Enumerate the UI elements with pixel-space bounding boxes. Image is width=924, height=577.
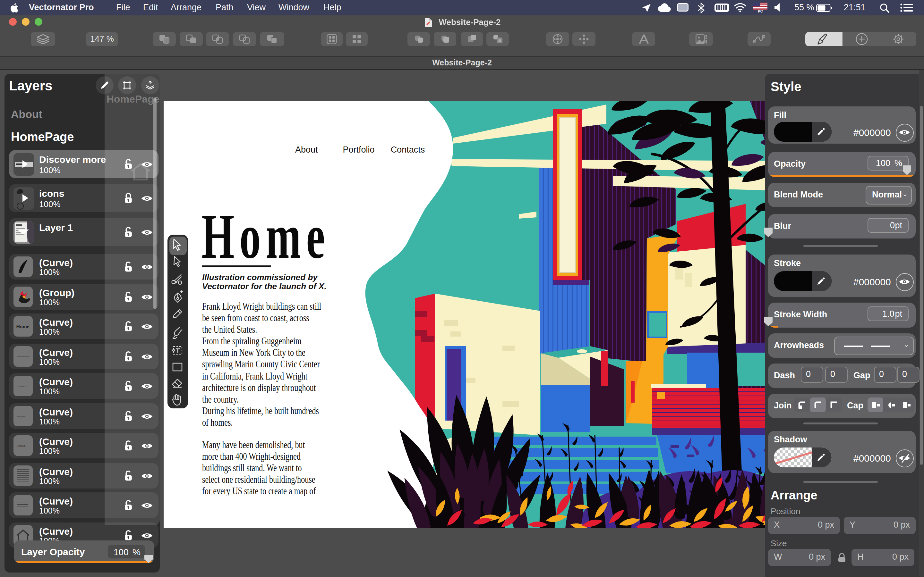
svg-text:PC: PC — [758, 9, 762, 13]
